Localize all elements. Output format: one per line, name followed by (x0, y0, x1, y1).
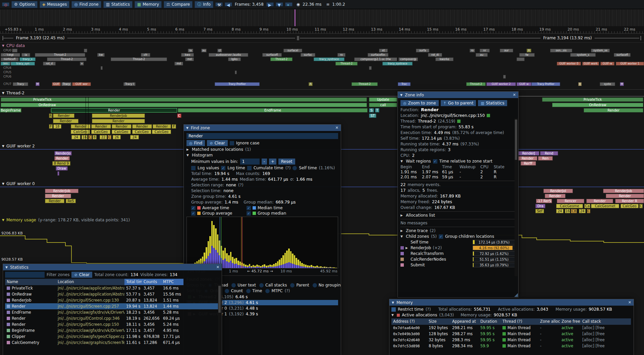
cpu-segment[interactable]: sen...sis (550, 49, 572, 52)
column-header-appeared[interactable]: Appeared at (450, 318, 479, 325)
statistics-row[interactable]: Render jni/../jni/src/guif/Screen.cpp:15… (5, 321, 220, 327)
legend-item[interactable]: ✓ Median time (247, 206, 302, 210)
cpu-segment[interactable]: syste (600, 82, 615, 86)
cpu-segment[interactable]: Thread-2 (352, 82, 378, 86)
timeline-zone[interactable]: 24 (130, 135, 139, 139)
find-button[interactable]: ◎ Find (186, 140, 205, 146)
timeline-zone[interactable]: CalcGeo (621, 204, 639, 208)
cpu-segment[interactable]: md (185, 57, 194, 61)
timeline-zone[interactable]: Render (45, 199, 64, 203)
timeline-zone[interactable]: Ren (538, 156, 553, 161)
timeline-zone[interactable]: Sef (535, 209, 544, 213)
cpu-segment[interactable]: ro (337, 53, 345, 57)
wait-table-row[interactable]: 1.91 ms 1.97 ms 61 μs - 2 R (400, 170, 516, 174)
timeline-zone[interactable]: RerfF (521, 161, 536, 166)
cpu-segment[interactable]: Thread-2 (35, 53, 85, 57)
timeline-zone[interactable]: Render (584, 108, 643, 113)
timeline-zone[interactable]: PrivateTick (542, 97, 643, 102)
cpu-segment[interactable]: Trac (398, 82, 411, 86)
scrollbar-thumb[interactable] (218, 286, 221, 313)
cpu-segment[interactable] (235, 71, 237, 74)
cpu-segment[interactable] (517, 57, 525, 61)
toolbar-button[interactable]: ◎ Find zone (71, 1, 101, 8)
cpu-segment[interactable]: surfacefl (614, 53, 631, 57)
self-time-checkbox[interactable] (292, 166, 297, 170)
column-header-address[interactable]: Address (?) (391, 318, 427, 325)
memory-allocation-row[interactable]: 0x7dfc42d640 32 bytes 298.3 ms 59.95 s M… (391, 337, 632, 343)
child-zones-node[interactable]: ▼ Child zones (5) ✓ Group children locat… (400, 234, 516, 239)
timeline-zone[interactable]: Render (71, 124, 91, 129)
wait-regions-node[interactable]: ▼ Wait regions ✓ Time relative to zone s… (400, 159, 516, 164)
cpu-segment[interactable]: kworke (435, 57, 453, 61)
timeline-zone[interactable]: 24 (579, 209, 586, 213)
tools-button[interactable]: ⚒ (215, 2, 223, 6)
timeline-zone[interactable]: RenderJol (543, 189, 573, 193)
timeline-zone[interactable]: Update (369, 97, 397, 102)
timeline-zone[interactable]: F (172, 124, 176, 129)
cpu-segment[interactable]: composer@2.1-se (Hw (354, 57, 397, 61)
find-zone-titlebar[interactable]: ▼ Find zone ✕ (184, 125, 341, 131)
cpu-segment[interactable]: M (36, 82, 40, 86)
cpu-segment[interactable]: GUIF w (517, 82, 531, 86)
column-header-counts[interactable]: Counts (142, 279, 161, 285)
child-zone-row[interactable]: Submit 35.63 μs (0.79%) (400, 263, 516, 267)
timeline-zone[interactable]: Render (545, 194, 566, 198)
cpu-segment[interactable]: nr (480, 49, 490, 52)
group-children-checkbox[interactable]: ✓ (439, 234, 443, 239)
timeline-zone[interactable]: PrivateTick (1, 97, 367, 102)
filter-clear-button[interactable]: ⊘ Clear (71, 272, 92, 278)
cpu-segment[interactable]: GUIF worker 1 (616, 62, 644, 65)
clear-button[interactable]: ⊘ Clear (207, 140, 228, 146)
timeline-zone[interactable]: Rend (540, 151, 558, 156)
zoom-to-zone-button[interactable]: ◎ Zoom to zone (400, 100, 439, 106)
child-zone-row[interactable]: RecalcTransform 72.92 μs (1.62%) (400, 251, 516, 256)
prev-frame-button[interactable]: ◀ (225, 2, 232, 6)
frame-dropdown-button[interactable]: ▼ (276, 2, 283, 6)
log-values-checkbox[interactable] (191, 166, 196, 170)
cpu-segment[interactable]: lgiks (228, 57, 241, 61)
cpu-segment[interactable]: Tracy Profiler (531, 82, 560, 86)
timeline-zone[interactable]: Render (51, 108, 177, 113)
histogram-node[interactable]: ▼ Histogram (186, 153, 338, 158)
timeline-zone[interactable]: S (369, 108, 374, 113)
timeline-zone[interactable]: RenderJo (54, 151, 72, 156)
column-header-mtpc[interactable]: MTPC (161, 279, 183, 285)
timeline-zone[interactable]: C8 (571, 209, 577, 213)
section-header-thread2[interactable]: ▼ Thread-2 (2, 91, 24, 95)
timeline-zone[interactable]: Render (91, 124, 111, 129)
collapse-icon[interactable]: ▼ (186, 126, 189, 130)
cpu-segment[interactable]: kw (97, 53, 105, 57)
cpu-segment[interactable]: GUIF wor (72, 82, 91, 86)
timeline-zone[interactable]: C (639, 204, 643, 208)
cpu-segment[interactable]: M (620, 82, 624, 86)
timeline-zone[interactable]: EndFrame (178, 108, 368, 113)
cpu-segment[interactable]: GUIF-w (600, 62, 614, 65)
timeline-zone[interactable]: F (49, 124, 53, 129)
relative-time-checkbox[interactable]: ✓ (433, 159, 437, 164)
close-icon[interactable]: ✕ (335, 126, 338, 130)
cpu-segment[interactable] (12, 49, 17, 52)
timeline-zone[interactable]: RenderJob (45, 189, 78, 193)
statistics-row[interactable]: RenderJob jni/../jni/src/guif/Screen.cpp… (5, 297, 220, 303)
statistics-row[interactable]: CalcGeometry jni/../jni/src/claw/graphic… (5, 340, 220, 346)
go-to-parent-button[interactable]: ↑ Go to parent (441, 100, 476, 106)
cpu-segment[interactable]: Tracy (13, 82, 28, 86)
cpu-segment[interactable]: system_se (591, 49, 610, 52)
cpu-segment[interactable]: A (527, 49, 531, 52)
timeline-zone[interactable]: RenderJob (603, 189, 644, 193)
group-by-radio[interactable]: No grouping (313, 283, 341, 287)
cpu-segment[interactable]: aur (500, 49, 513, 52)
cpu-segment[interactable]: Thread-2 (466, 82, 486, 86)
statistics-row[interactable]: PrivateTick jni/../jni/src/claw/applicat… (5, 285, 220, 291)
cpu-segment[interactable]: au (476, 53, 488, 57)
log-time-checkbox[interactable]: ✓ (221, 166, 225, 170)
cpu-segment[interactable]: A (309, 82, 313, 86)
statistics-row[interactable]: OnRedraw jni/../jni/src/claw/application… (5, 291, 220, 297)
timeline-zone[interactable]: BeginFrame (0, 108, 21, 113)
column-header-zone-free[interactable]: Zone free (560, 318, 581, 325)
timeline-zone[interactable]: C (108, 135, 111, 139)
statistics-button[interactable]: ▥ Statistics (478, 100, 507, 106)
group-by-radio[interactable]: User text (231, 283, 256, 287)
cpu-segment[interactable]: GUIF worker 2 (486, 82, 516, 86)
timeline-zone[interactable]: C (177, 114, 181, 118)
